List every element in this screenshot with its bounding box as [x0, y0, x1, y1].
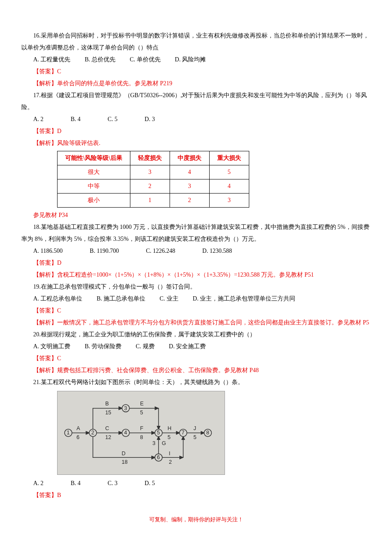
- q20-explain: 【解析】规费包括工程排污费、社会保障费、住房公积金、工伤保险费。参见教材 P48: [33, 364, 371, 376]
- edge-C-dur: 12: [105, 434, 111, 440]
- q20-optD: D. 安全施工费: [169, 341, 206, 353]
- risk-r1c3: 4: [170, 165, 209, 179]
- q19-explain: 【解析】一般情况下，施工总承包管理方不与分包方和供货方直接签订施工合同，这些合同…: [21, 317, 371, 329]
- q18-explain: 【解析】含税工程造价=1000×（1+5%）×（1+8%）×（1+5%）×（1+…: [33, 269, 371, 281]
- page-footer: 可复制、编制，期待你的好评与关注！: [21, 514, 371, 525]
- edge-H-dur: 5: [167, 434, 170, 440]
- risk-r2c3: 3: [170, 179, 209, 194]
- risk-r1c1: 很大: [58, 165, 130, 179]
- edge-E-label: E: [140, 401, 144, 407]
- q21-optD: D. 5: [144, 477, 155, 489]
- risk-r1c2: 3: [130, 165, 170, 179]
- table-row: 很大 3 4 5: [58, 165, 249, 179]
- q19-text: 19.在施工总承包管理模式下，分包单位一般与（）签订合同。: [21, 281, 371, 293]
- network-diagram: .ln{stroke:#333;stroke-width:1.6;fill:no…: [57, 391, 225, 475]
- q16-explain: 【解析】单价合同的特点是单价优先。参见教材 P219: [33, 78, 371, 90]
- q17-optB: B. 4: [71, 113, 81, 125]
- svg-text:2: 2: [91, 430, 94, 436]
- q16-optD: D. 风险均摊: [175, 54, 206, 66]
- risk-h1: 可能性\风险等级\后果: [58, 151, 130, 165]
- q16-optA: A. 工程量优先: [33, 54, 70, 66]
- q21-options: A. 2 B. 4 C. 3 D. 5: [33, 477, 371, 489]
- edge-F-dur: 8: [140, 434, 143, 440]
- svg-text:3: 3: [124, 405, 127, 411]
- edge-C-label: C: [105, 425, 109, 431]
- q21-optA: A. 2: [33, 477, 43, 489]
- edge-G-label: G: [162, 440, 166, 446]
- q18-options: A. 1186.500 B. 1190.700 C. 1226.248 D. 1…: [33, 245, 371, 257]
- q19-optB: B. 施工总承包单位: [97, 293, 145, 305]
- q19-optD: D. 业主，施工总承包管理单位三方共同: [193, 293, 295, 305]
- risk-r1c4: 5: [209, 165, 249, 179]
- svg-text:7: 7: [182, 430, 184, 436]
- edge-J-label: J: [193, 425, 196, 431]
- q16-options: A. 工程量优先 B. 总价优先 C. 单价优先 D. 风险均摊: [33, 54, 371, 66]
- svg-text:5: 5: [157, 430, 160, 436]
- q19-answer: 【答案】C: [33, 305, 371, 317]
- risk-r2c4: 4: [209, 179, 249, 194]
- q18-answer: 【答案】D: [33, 257, 371, 269]
- q17-text: 17.根据《建设工程项目管理规范》（GB/T50326--2006）,对于预计后…: [21, 90, 371, 113]
- q21-answer: 【答案】B: [33, 489, 371, 501]
- edge-J-dur: 5: [193, 434, 196, 440]
- q17-optA: A. 2: [33, 113, 43, 125]
- edge-G-dur: 3: [153, 440, 156, 446]
- edge-H-label: H: [167, 425, 171, 431]
- q16-answer: 【答案】C: [33, 66, 371, 78]
- q20-optB: B. 劳动保险费: [85, 341, 121, 353]
- svg-text:8: 8: [206, 430, 209, 436]
- edge-I-label: I: [169, 451, 170, 457]
- q17-answer: 【答案】D: [33, 125, 371, 137]
- edge-A-label: A: [77, 425, 81, 431]
- q20-text: 20.根据现行规定，施工企业为职工缴纳的工伤保险费，属于建筑安装工程费中的（）: [21, 329, 371, 341]
- q21-text: 21.某工程双代号网络计划如下图所示（时间单位：天），其关键线路为（）条。: [21, 376, 371, 388]
- edge-B-label: B: [105, 401, 109, 407]
- q17-explain: 【解析】风险等级评估表.: [33, 137, 371, 149]
- q16-text: 16.采用单价合同招标时，对于投标书中明显的数字计算错误，业主有权利先做修改再投…: [21, 30, 371, 54]
- q18-optD: D. 1230.588: [202, 245, 232, 257]
- q20-optA: A. 文明施工费: [33, 341, 70, 353]
- risk-r3c3: 2: [170, 194, 209, 208]
- svg-text:6: 6: [157, 454, 160, 460]
- edge-B-dur: 15: [105, 410, 111, 416]
- q17-ref: 参见教材 P34: [33, 209, 371, 221]
- edge-E-dur: 5: [140, 410, 143, 416]
- risk-r2c1: 中等: [58, 179, 130, 194]
- q19-optA: A. 工程总承包单位: [33, 293, 82, 305]
- q18-text: 18.某地基基础工程直接工程费为 1000 万元，以直接费为计算基础计算建筑安装…: [21, 221, 371, 245]
- q16-optC: C. 单价优先: [130, 54, 160, 66]
- q20-options: A. 文明施工费 B. 劳动保险费 C. 规费 D. 安全施工费: [33, 341, 371, 353]
- q19-optC: C. 业主: [159, 293, 178, 305]
- risk-h4: 重大损失: [209, 151, 249, 165]
- edge-A-dur: 6: [77, 434, 80, 440]
- q18-optB: B. 1190.700: [90, 245, 119, 257]
- q21-optB: B. 4: [71, 477, 81, 489]
- q19-options: A. 工程总承包单位 B. 施工总承包单位 C. 业主 D. 业主，施工总承包管…: [33, 293, 371, 305]
- q21-optC: C. 3: [107, 477, 117, 489]
- risk-h2: 轻度损失: [130, 151, 170, 165]
- risk-r3c1: 极小: [58, 194, 130, 208]
- q18-optC: C. 1226.248: [146, 245, 175, 257]
- q16-optB: B. 总价优先: [85, 54, 115, 66]
- edge-D-dur: 18: [121, 459, 127, 465]
- q20-optC: C. 规费: [135, 341, 154, 353]
- q17-options: A. 2 B. 4 C. 5 D. 3: [33, 113, 371, 125]
- risk-h3: 中度损失: [170, 151, 209, 165]
- risk-table: 可能性\风险等级\后果 轻度损失 中度损失 重大损失 很大 3 4 5 中等 2…: [57, 151, 249, 208]
- q20-answer: 【答案】C: [33, 353, 371, 364]
- svg-text:1: 1: [66, 430, 69, 436]
- q18-optA: A. 1186.500: [33, 245, 63, 257]
- risk-r3c2: 1: [130, 194, 170, 208]
- edge-D-label: D: [121, 451, 125, 457]
- table-row: 极小 1 2 3: [58, 194, 249, 208]
- risk-r2c2: 2: [130, 179, 170, 194]
- q17-optC: C. 5: [107, 113, 117, 125]
- svg-text:4: 4: [124, 430, 127, 436]
- risk-r3c4: 3: [209, 194, 249, 208]
- edge-F-label: F: [140, 425, 144, 431]
- table-row: 中等 2 3 4: [58, 179, 249, 194]
- edge-I-dur: 2: [169, 459, 172, 465]
- q17-optD: D. 3: [144, 113, 155, 125]
